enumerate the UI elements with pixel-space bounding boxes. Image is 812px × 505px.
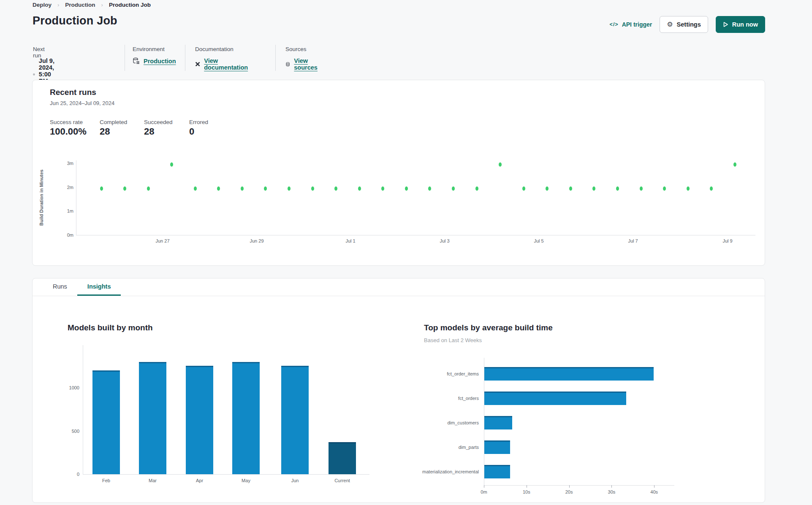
dbt-docs-icon <box>195 61 200 68</box>
y-axis-line <box>76 160 76 235</box>
api-trigger-label: API trigger <box>622 21 652 28</box>
run-dot[interactable] <box>687 186 690 191</box>
divider <box>125 45 125 71</box>
run-dot[interactable] <box>194 186 197 191</box>
month-bar <box>139 362 166 475</box>
recent-runs-date-range: Jun 25, 2024–Jul 09, 2024 <box>50 100 114 106</box>
x-tick-label: 40s <box>644 489 665 494</box>
model-bar <box>484 465 510 478</box>
run-dot[interactable] <box>663 186 666 191</box>
run-now-label: Run now <box>732 21 758 28</box>
succeeded-value: 28 <box>144 126 154 137</box>
success-rate-value: 100.00% <box>50 126 87 137</box>
errored-value: 0 <box>189 126 194 137</box>
run-dot[interactable] <box>381 186 384 191</box>
run-dot[interactable] <box>100 186 103 191</box>
chevron-right-icon: › <box>101 2 103 8</box>
y-tick-label: 1000 <box>61 385 79 390</box>
model-label: dim_customers <box>386 420 479 425</box>
model-bar <box>484 416 512 429</box>
month-bar <box>92 370 120 474</box>
run-dot[interactable] <box>170 162 173 167</box>
view-documentation-link[interactable]: View documentation <box>204 57 250 71</box>
y-tick-label: 2m <box>61 185 73 190</box>
gear-icon: ⚙ <box>667 21 673 28</box>
recent-runs-card: Recent runs Jun 25, 2024–Jul 09, 2024 Su… <box>32 80 765 266</box>
y-tick-label: 1m <box>61 208 73 213</box>
tab-runs[interactable]: Runs <box>43 278 77 296</box>
completed-value: 28 <box>100 126 110 137</box>
breadcrumb-production[interactable]: Production <box>65 2 95 8</box>
run-dot[interactable] <box>452 186 455 191</box>
divider <box>275 45 276 71</box>
next-run-label: Next run <box>33 46 45 59</box>
api-trigger-link[interactable]: </> API trigger <box>610 21 652 28</box>
run-dot[interactable] <box>217 186 220 191</box>
success-rate-label: Success rate <box>50 119 83 125</box>
run-dot[interactable] <box>710 186 713 191</box>
insights-card: Runs Insights Models built by month Top … <box>32 278 765 503</box>
run-dot[interactable] <box>147 186 150 191</box>
run-dot[interactable] <box>264 186 267 191</box>
model-label: fct_order_items <box>386 371 479 376</box>
breadcrumb-deploy[interactable]: Deploy <box>33 2 52 8</box>
x-tick-mark <box>654 485 654 488</box>
run-dot[interactable] <box>546 186 549 191</box>
x-tick-label: 0m <box>473 489 494 494</box>
environment-value: Production <box>133 57 176 65</box>
models-by-month-title: Models built by month <box>68 323 153 332</box>
run-dot[interactable] <box>405 186 408 191</box>
tab-insights[interactable]: Insights <box>77 278 121 296</box>
x-axis-line <box>76 235 755 235</box>
run-dot[interactable] <box>499 162 502 167</box>
run-dot[interactable] <box>334 186 337 191</box>
recent-runs-title: Recent runs <box>50 88 96 97</box>
settings-button[interactable]: ⚙ Settings <box>660 16 708 33</box>
run-now-button[interactable]: Run now <box>716 16 765 33</box>
x-tick-label: Jun 27 <box>150 238 175 243</box>
settings-label: Settings <box>677 21 701 28</box>
x-tick-label: Jul 9 <box>715 238 740 243</box>
model-bar <box>484 440 510 454</box>
y-tick-label: 0m <box>61 232 73 238</box>
run-dot[interactable] <box>640 186 643 191</box>
x-category-label: Current <box>326 478 359 483</box>
play-icon <box>723 22 728 27</box>
run-dot[interactable] <box>616 186 619 191</box>
run-dot[interactable] <box>123 186 126 191</box>
top-models-subtitle: Based on Last 2 Weeks <box>424 337 482 343</box>
code-icon: </> <box>610 22 619 27</box>
x-tick-label: Jun 29 <box>244 238 269 243</box>
x-tick-mark <box>527 485 527 488</box>
production-job-page: Deploy › Production › Production Job Pro… <box>0 0 812 505</box>
tabstrip: Runs Insights <box>33 278 765 296</box>
header-actions: </> API trigger ⚙ Settings Run now <box>610 16 765 33</box>
database-environment-icon <box>133 57 140 65</box>
run-dot[interactable] <box>475 186 478 191</box>
month-bar <box>232 362 260 475</box>
run-dot[interactable] <box>311 186 314 191</box>
x-tick-mark <box>611 485 612 488</box>
top-models-title: Top models by average build time <box>424 323 553 332</box>
environment-link[interactable]: Production <box>144 58 176 65</box>
x-tick-label: 10s <box>516 489 537 494</box>
view-sources-link[interactable]: View sources <box>294 57 320 71</box>
run-dot[interactable] <box>241 186 244 191</box>
x-tick-label: 20s <box>559 489 580 494</box>
x-tick-label: Jul 1 <box>338 238 363 243</box>
run-dot[interactable] <box>569 186 572 191</box>
run-dot[interactable] <box>358 186 361 191</box>
run-dot[interactable] <box>592 186 595 191</box>
run-dot[interactable] <box>428 186 431 191</box>
run-dot[interactable] <box>733 162 736 167</box>
run-dot[interactable] <box>288 186 291 191</box>
run-dot[interactable] <box>522 186 525 191</box>
x-category-label: Feb <box>90 478 123 483</box>
model-label: materialization_incremental <box>386 469 479 474</box>
x-tick-mark <box>569 485 570 488</box>
completed-label: Completed <box>100 119 127 125</box>
documentation-value: View documentation <box>195 57 250 71</box>
x-category-label: Jun <box>278 478 312 483</box>
x-category-label: Mar <box>136 478 170 483</box>
sources-label: Sources <box>285 46 307 52</box>
